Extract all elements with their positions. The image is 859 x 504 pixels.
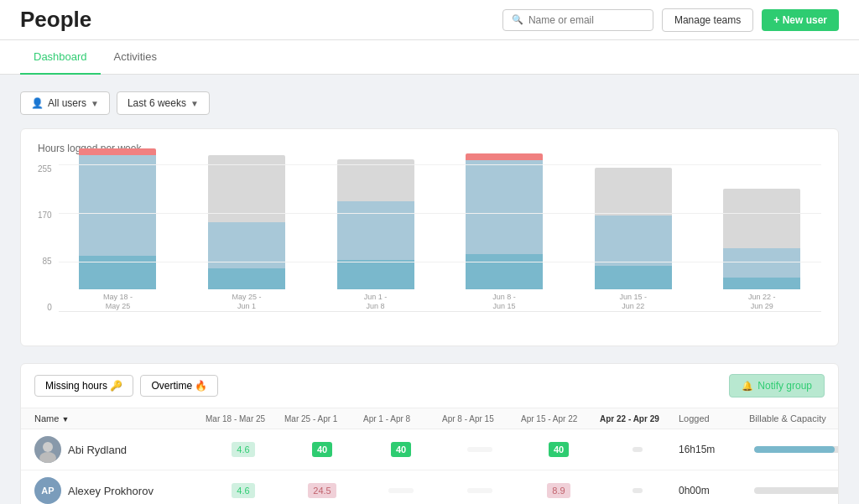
search-box[interactable]: 🔍 [502,9,653,31]
capacity-fill [754,446,835,453]
person-info-abi: Abi Rydland [34,436,202,463]
person-name: Alexey Prokhorov [68,485,154,497]
person-info-alexey: AP Alexey Prokhorov [34,477,202,504]
bar-stack-5 [595,168,672,289]
bar-label-1: May 18 -May 25 [103,293,133,312]
chevron-down-icon: ▼ [91,99,99,108]
bar-segment-bot [208,268,285,289]
people-table: Missing hours 🔑 Overtime 🔥 🔔 Notify grou… [20,363,839,504]
col-header-mar18: Mar 18 - Mar 25 [206,414,281,423]
missing-hours-filter-button[interactable]: Missing hours 🔑 [34,375,133,397]
date-range-filter[interactable]: Last 6 weeks ▼ [117,91,210,115]
bar-segment-mid [208,222,285,268]
bar-label-5: Jun 15 -Jun 22 [619,293,647,312]
bar-stack-4 [466,153,543,289]
bar-segment-mid [595,216,672,266]
bar-segment-red [79,148,156,155]
capacity-cell [749,487,839,494]
cell-mar18: 4.6 [206,483,281,498]
overtime-filter-button[interactable]: Overtime 🔥 [140,375,218,397]
bar-stack-6 [723,189,800,289]
bar-group-4: Jun 8 -Jun 15 [445,153,564,312]
bar-label-4: Jun 8 -Jun 15 [492,293,516,312]
bar-group-3: Jun 1 -Jun 8 [316,159,435,312]
bell-icon: 🔔 [742,381,753,392]
chart-bars: May 18 -May 25 May 25 -Jun 1 [59,164,821,332]
notify-group-button[interactable]: 🔔 Notify group [729,374,825,397]
y-label-85: 85 [43,257,52,266]
col-header-apr15: Apr 15 - Apr 22 [521,414,596,423]
page-title: People [20,7,91,33]
col-header-capacity: Billable & Capacity [749,413,839,423]
main-content: 👤 All users ▼ Last 6 weeks ▼ Hours logge… [0,75,859,504]
bar-segment-bot [466,254,543,289]
bar-segment-gray-top [595,168,672,216]
tab-dashboard[interactable]: Dashboard [20,40,101,75]
svg-point-1 [39,452,56,463]
top-actions: 🔍 Manage teams + New user [502,8,839,32]
cell-apr1: 40 [363,442,439,457]
user-icon: 👤 [31,97,44,109]
bar-stack-3 [337,159,414,289]
sort-arrow-icon: ▼ [61,415,69,423]
cell-mar18: 4.6 [206,442,281,457]
bar-segment-gray-top [208,155,285,222]
bar-segment-mid [466,160,543,254]
manage-teams-button[interactable]: Manage teams [662,8,753,32]
cell-mar25: 40 [284,442,360,457]
bar-segment-gray-top [337,159,414,201]
bar-label-3: Jun 1 -Jun 8 [364,293,388,312]
capacity-bar [754,487,839,494]
search-input[interactable] [528,14,644,26]
bar-label-6: Jun 22 -Jun 29 [748,293,776,312]
bar-group-5: Jun 15 -Jun 22 [574,168,693,312]
bar-segment-bot [723,278,800,289]
all-users-filter[interactable]: 👤 All users ▼ [20,91,110,115]
search-icon: 🔍 [512,14,523,25]
bar-segment-bot [337,260,414,289]
cell-apr8 [442,488,518,493]
top-bar: People 🔍 Manage teams + New user [0,0,859,40]
col-header-mar25: Mar 25 - Apr 1 [284,414,360,423]
capacity-cell [749,446,839,453]
capacity-bar [754,446,839,453]
bar-stack-1 [79,148,156,289]
avatar: AP [34,477,61,504]
chevron-down-icon: ▼ [190,99,199,108]
avatar [34,436,61,463]
col-header-apr8: Apr 8 - Apr 15 [442,414,518,423]
bar-segment-bot [595,266,672,289]
table-row: Abi Rydland 4.6 40 40 40 16h15m ••• [21,429,838,470]
bar-segment-bot [79,256,156,289]
bar-segment-gray-top [723,189,800,248]
col-header-name[interactable]: Name ▼ [34,413,202,423]
column-headers: Name ▼ Mar 18 - Mar 25 Mar 25 - Apr 1 Ap… [21,408,838,429]
cell-mar25: 24.5 [284,483,360,498]
col-header-logged: Logged [679,413,746,423]
filter-bar: 👤 All users ▼ Last 6 weeks ▼ [20,91,839,115]
cell-apr8 [442,447,518,452]
svg-point-0 [43,442,53,452]
bar-segment-mid [79,155,156,256]
new-user-button[interactable]: + New user [762,9,839,31]
bar-segment-red [466,153,543,160]
bar-segment-mid [723,248,800,278]
y-axis-labels: 255 170 85 0 [38,164,52,332]
cell-apr15: 40 [521,442,596,457]
y-label-170: 170 [38,210,52,220]
table-toolbar: Missing hours 🔑 Overtime 🔥 🔔 Notify grou… [21,364,838,408]
chart-card: Hours logged per week 255 170 85 0 [20,128,839,346]
cell-apr15: 8.9 [521,483,596,498]
bar-group-1: May 18 -May 25 [59,148,178,312]
bar-label-2: May 25 -Jun 1 [232,293,262,312]
col-header-apr22: Apr 22 - Apr 29 [600,414,675,423]
y-label-255: 255 [38,164,52,174]
table-filter-buttons: Missing hours 🔑 Overtime 🔥 [34,375,218,397]
cell-apr22 [600,488,675,493]
table-row: AP Alexey Prokhorov 4.6 24.5 8.9 0h00m •… [21,470,838,504]
cell-apr22 [600,447,675,452]
bar-group-2: May 25 -Jun 1 [187,155,306,312]
tab-activities[interactable]: Activities [101,40,170,75]
tab-bar: Dashboard Activities [0,40,859,75]
col-header-apr1: Apr 1 - Apr 8 [363,414,439,423]
